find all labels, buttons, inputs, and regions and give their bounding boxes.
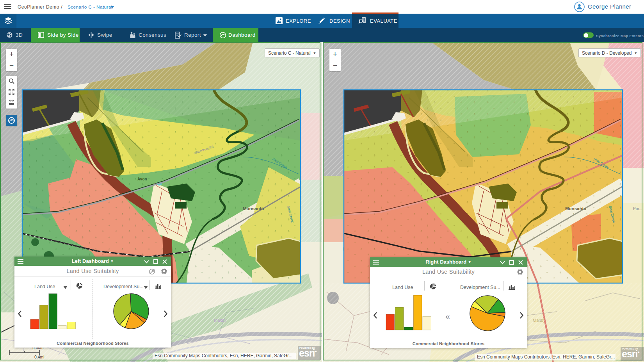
svg-text:Avon: Avon: [137, 177, 147, 181]
svg-text:Monsanto: Monsanto: [243, 206, 264, 211]
svg-text:Monsanto: Monsanto: [565, 206, 586, 211]
svg-text:Por...: Por...: [633, 207, 642, 211]
svg-text:0.4mi: 0.4mi: [34, 355, 44, 359]
